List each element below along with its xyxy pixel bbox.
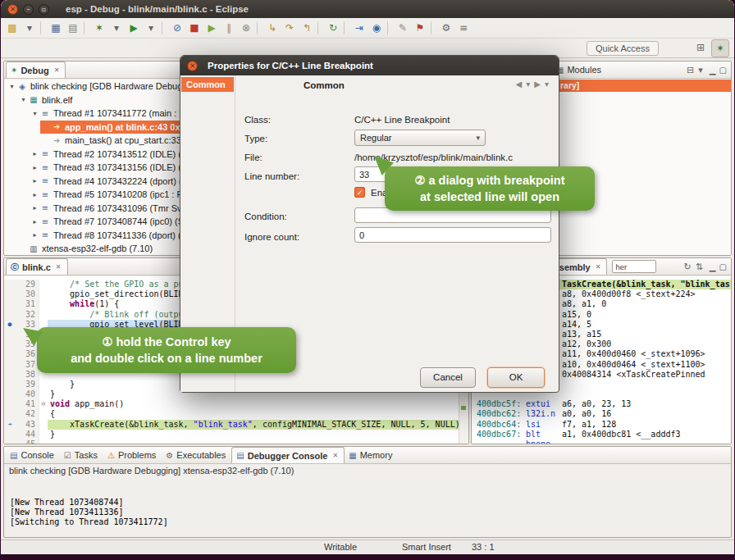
breakpoint-ruler[interactable] (4, 409, 16, 419)
line-number[interactable]: 30 (16, 289, 39, 299)
minimize-icon[interactable]: ▁ (710, 262, 716, 271)
twisty-icon[interactable]: ▸ (30, 218, 39, 225)
line-number[interactable]: 37 (16, 360, 39, 370)
fold-icon[interactable] (39, 430, 48, 439)
quick-access-button[interactable]: Quick Access (587, 41, 659, 56)
maximize-icon[interactable]: ▢ (719, 262, 727, 271)
debug-icon[interactable]: ✶ (91, 20, 107, 36)
close-icon[interactable]: ✕ (333, 452, 339, 459)
toolbar-separator[interactable] (317, 21, 322, 34)
type-select[interactable]: Regular ▾ (354, 130, 486, 146)
line-number[interactable]: 39 (16, 380, 39, 389)
line-number[interactable]: 40 (16, 389, 39, 399)
breakpoint-ruler[interactable] (4, 389, 16, 399)
disassembly-row[interactable]: 400dbc67: blt a1, 0x400dbc81 <__adddf3 (472, 430, 731, 439)
tab-debug[interactable]: ✶ Debug ✕ (6, 61, 66, 78)
twisty-icon[interactable]: ▾ (19, 96, 28, 103)
breakpoint-ruler[interactable] (4, 360, 16, 370)
open-perspective-icon[interactable]: ⊞ (692, 39, 709, 56)
resume-icon[interactable]: ▶ (203, 20, 220, 36)
tab-console[interactable]: ▤ Console ✕ (6, 447, 60, 463)
new-dropdown-icon[interactable]: ▾ (21, 20, 38, 36)
suspend-icon[interactable]: ∥ (221, 20, 237, 36)
minimize-icon[interactable]: ▁ (710, 66, 716, 75)
tab-executables[interactable]: ⚙ Executables ✕ (162, 447, 231, 463)
dialog-close-button[interactable]: ✕ (187, 61, 198, 71)
terminate-icon[interactable]: ■ (186, 20, 203, 36)
twisty-icon[interactable]: ▸ (30, 231, 39, 239)
step-over-icon[interactable]: ↷ (281, 20, 298, 36)
close-icon[interactable]: ✕ (596, 263, 601, 271)
breakpoint-ruler[interactable]: ➜ (4, 420, 16, 430)
toolbar-separator[interactable] (40, 21, 45, 34)
fold-icon[interactable] (39, 289, 48, 299)
fold-icon[interactable] (39, 439, 48, 444)
line-number[interactable]: 45 (16, 439, 39, 444)
toolbar-separator[interactable] (162, 21, 167, 34)
disassembly-row[interactable]: 400dbc62: l32i.n a0, a0, 16 (472, 409, 731, 419)
step-return-icon[interactable]: ↰ (299, 20, 315, 36)
code-line[interactable]: ➜ 43 xTaskCreate(&blink_task, "blink_tas… (4, 420, 459, 430)
twisty-icon[interactable]: ▾ (30, 110, 39, 117)
breakpoint-ruler[interactable] (4, 339, 16, 349)
breakpoint-ruler[interactable] (4, 310, 16, 320)
enabled-checkbox[interactable]: ✓ (354, 187, 365, 198)
ignore-count-input[interactable] (354, 227, 551, 243)
line-number[interactable]: 38 (16, 370, 39, 380)
window-maximize-button[interactable]: ▫ (39, 4, 49, 15)
skip-breakpoints-icon[interactable]: ⊘ (169, 20, 185, 36)
debug-dropdown-icon[interactable]: ▾ (108, 20, 125, 36)
twisty-icon[interactable]: ▾ (7, 83, 16, 90)
line-number[interactable]: 31 (16, 299, 39, 309)
tab-memory[interactable]: ▦ Memory ✕ (345, 447, 398, 463)
location-input[interactable] (612, 260, 656, 273)
step-into-icon[interactable]: ↳ (264, 20, 281, 36)
sync-icon[interactable]: ⇅ (696, 262, 703, 272)
disassembly-row[interactable]: 400dbc5f: extui a6, a0, 23, 13 (472, 399, 731, 409)
fold-icon[interactable] (39, 409, 48, 419)
line-number[interactable]: 32 (16, 310, 39, 320)
close-icon[interactable]: ✕ (54, 66, 60, 74)
code-line[interactable]: 44 } (4, 430, 459, 439)
overview-mark-debug-line[interactable] (461, 406, 466, 410)
save-icon[interactable]: ▦ (48, 20, 64, 36)
toolbar-separator[interactable] (84, 21, 89, 34)
new-wizard-icon[interactable]: ▩ (4, 20, 21, 36)
fold-icon[interactable] (39, 380, 48, 389)
tab-tasks[interactable]: ☑ Tasks ✕ (60, 447, 103, 463)
list-icon[interactable]: ≡ (455, 20, 472, 36)
tab-debugger-console[interactable]: ▤ Debugger Console ✕ (231, 447, 345, 463)
restart-icon[interactable]: ↻ (325, 20, 341, 36)
code-line[interactable]: 42 { (4, 409, 459, 419)
code-line[interactable]: 41 ⊖ void app_main() (4, 399, 459, 409)
close-icon[interactable]: ✕ (56, 263, 62, 271)
line-number[interactable]: 43 (16, 420, 39, 430)
fold-icon[interactable]: ⊖ (39, 399, 48, 409)
tab-modules[interactable]: ▦ Modules (552, 61, 607, 78)
forward-icon[interactable]: ▶ (534, 80, 541, 89)
debug-perspective-icon[interactable]: ✶ (711, 39, 729, 57)
annotate-icon[interactable]: ✎ (395, 20, 411, 36)
console-output[interactable]: [New Thread 1073408744][New Thread 10734… (4, 477, 731, 538)
run-icon[interactable]: ▶ (126, 20, 142, 36)
refresh-icon[interactable]: ↻ (683, 262, 691, 272)
breakpoint-ruler[interactable] (4, 430, 16, 439)
breakpoint-ruler[interactable] (4, 439, 16, 444)
line-number[interactable]: 42 (16, 409, 39, 419)
breakpoint-ruler[interactable] (4, 289, 16, 299)
breakpoint-ruler[interactable] (4, 280, 16, 289)
breakpoint-ruler[interactable] (4, 299, 16, 309)
breakpoint-ruler[interactable]: ● (4, 320, 16, 330)
line-number[interactable]: 33 (16, 320, 39, 330)
window-minimize-button[interactable]: – (23, 4, 34, 15)
fold-icon[interactable] (39, 389, 48, 399)
status-cursor-position[interactable]: 33 : 1 (472, 542, 495, 552)
flag-icon[interactable]: ⚑ (412, 20, 428, 36)
line-number[interactable]: 41 (16, 399, 39, 409)
gear-icon[interactable]: ⚙ (438, 20, 454, 36)
run-dropdown-icon[interactable]: ▾ (143, 20, 159, 36)
line-number[interactable]: 29 (16, 280, 39, 289)
view-menu-icon[interactable]: ▾ (698, 65, 703, 75)
line-number[interactable]: 36 (16, 349, 39, 359)
fold-icon[interactable] (39, 299, 48, 309)
